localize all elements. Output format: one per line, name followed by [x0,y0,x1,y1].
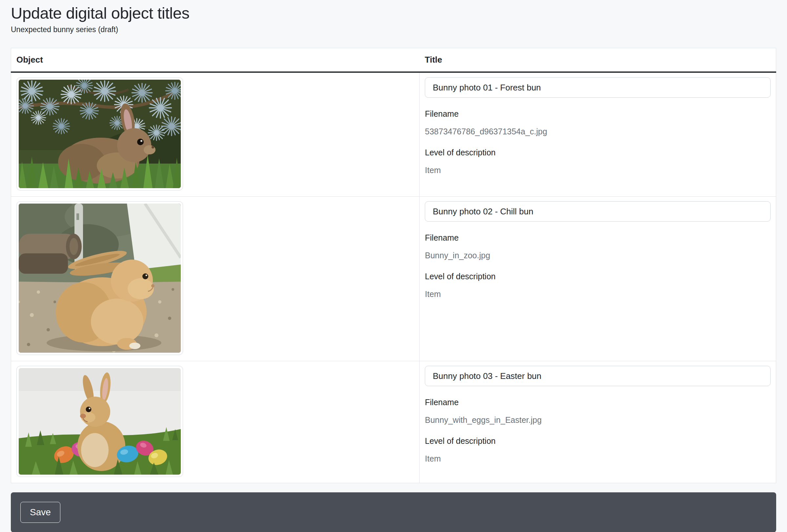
object-cell-3 [11,361,420,483]
column-header-object: Object [11,48,420,72]
filename-label: Filename [425,109,771,119]
actions-bar: Save [11,492,776,532]
level-of-description-label: Level of description [425,271,771,281]
title-cell-1: Filename 53873476786_d96371354a_c.jpg Le… [420,72,776,197]
object-cell-1 [11,72,420,197]
bunny-photo-1-image [19,80,181,188]
digital-object-thumbnail-1 [16,77,183,191]
level-of-description-value: Item [425,454,771,464]
filename-value: 53873476786_d96371354a_c.jpg [425,127,771,136]
bunny-photo-3-image [19,368,181,474]
filename-label: Filename [425,233,771,243]
title-input-1[interactable] [425,77,771,98]
level-of-description-label: Level of description [425,436,771,446]
title-cell-2: Filename Bunny_in_zoo.jpg Level of descr… [420,197,776,361]
title-input-2[interactable] [425,201,771,222]
title-cell-3: Filename Bunny_with_eggs_in_Easter.jpg L… [420,361,776,483]
table-header-row: Object Title [11,48,776,72]
object-row-1: Filename 53873476786_d96371354a_c.jpg Le… [11,72,776,197]
page-subtitle: Unexpected bunny series (draft) [11,25,776,35]
object-row-2: Filename Bunny_in_zoo.jpg Level of descr… [11,197,776,361]
object-cell-2 [11,197,420,361]
digital-object-thumbnail-2 [16,201,183,355]
level-of-description-value: Item [425,289,771,299]
filename-value: Bunny_in_zoo.jpg [425,250,771,260]
filename-label: Filename [425,397,771,407]
digital-object-thumbnail-3 [16,366,183,477]
bunny-photo-2-image [19,203,181,353]
level-of-description-value: Item [425,165,771,175]
level-of-description-label: Level of description [425,148,771,157]
filename-value: Bunny_with_eggs_in_Easter.jpg [425,415,771,425]
column-header-title: Title [420,48,776,72]
title-input-3[interactable] [425,366,771,386]
digital-objects-table: Object Title [11,48,776,483]
object-row-3: Filename Bunny_with_eggs_in_Easter.jpg L… [11,361,776,483]
page-title: Update digital object titles [11,4,776,22]
save-button[interactable]: Save [20,502,60,523]
